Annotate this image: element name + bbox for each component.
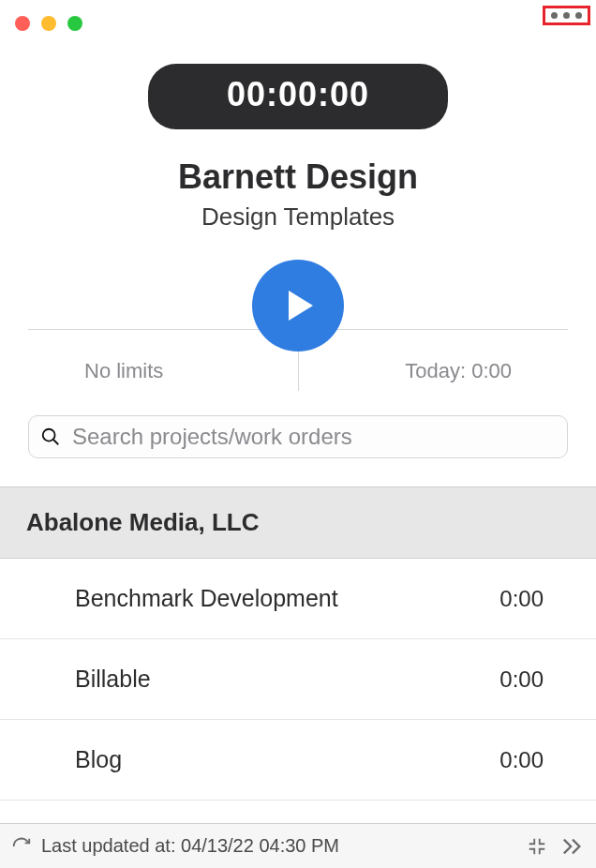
collapse-icon [527, 836, 547, 857]
svg-line-2 [53, 440, 59, 445]
search-field[interactable] [28, 415, 568, 458]
more-menu-highlight [543, 6, 590, 25]
client-section-header: Abalone Media, LLC [0, 486, 596, 559]
project-title: Barnett Design [0, 157, 596, 197]
refresh-button[interactable] [11, 836, 32, 857]
project-row[interactable]: Billable 0:00 [0, 639, 596, 720]
project-row[interactable]: Blog 0:00 [0, 720, 596, 801]
window-titlebar [0, 0, 596, 47]
minimize-window-button[interactable] [41, 16, 56, 31]
divider [298, 350, 299, 391]
timer-display: 00:00:00 [148, 64, 448, 129]
project-row-time: 0:00 [499, 666, 544, 693]
chevron-double-right-icon [560, 836, 585, 857]
status-bar: Last updated at: 04/13/22 04:30 PM [0, 823, 596, 868]
project-row-time: 0:00 [499, 747, 544, 773]
expand-button[interactable] [560, 836, 585, 857]
svg-marker-0 [289, 291, 313, 321]
project-row-label: Billable [75, 666, 151, 693]
project-row-label: Blog [75, 746, 122, 773]
ellipsis-icon [563, 12, 570, 19]
compact-mode-button[interactable] [527, 836, 547, 857]
today-label: Today: 0:00 [405, 359, 512, 383]
svg-point-1 [43, 429, 55, 441]
search-icon [40, 427, 61, 447]
refresh-icon [11, 836, 32, 857]
last-updated-label: Last updated at: 04/13/22 04:30 PM [41, 835, 339, 857]
search-input[interactable] [72, 424, 556, 450]
more-menu-button[interactable] [551, 12, 582, 19]
project-subtitle: Design Templates [0, 202, 596, 232]
ellipsis-icon [575, 12, 582, 19]
play-icon [279, 287, 317, 324]
close-window-button[interactable] [15, 16, 30, 31]
traffic-lights [7, 16, 82, 31]
ellipsis-icon [551, 12, 558, 19]
project-row-label: Benchmark Development [75, 585, 338, 612]
current-project-block: Barnett Design Design Templates [0, 157, 596, 232]
limits-label: No limits [84, 359, 163, 383]
play-button[interactable] [252, 260, 344, 352]
project-row[interactable]: Benchmark Development 0:00 [0, 559, 596, 639]
fullscreen-window-button[interactable] [67, 16, 82, 31]
project-row-time: 0:00 [499, 586, 544, 612]
